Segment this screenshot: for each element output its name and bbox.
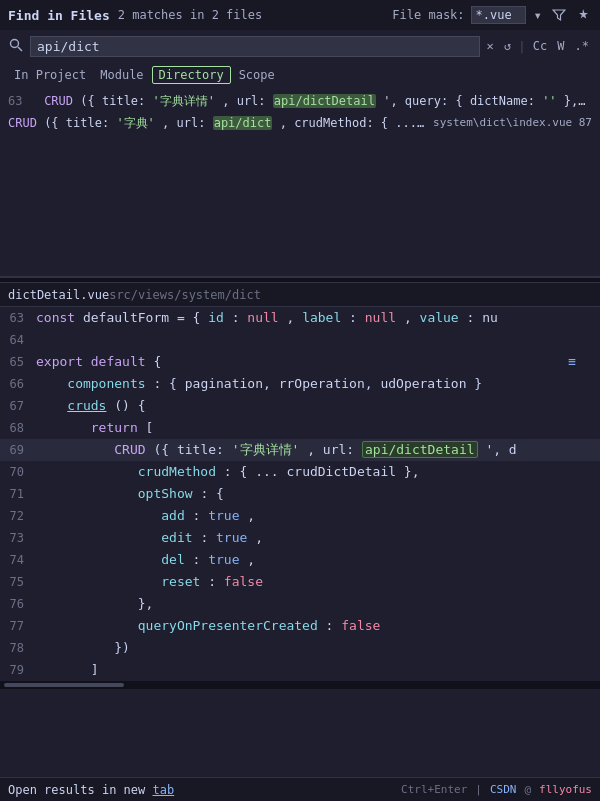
- line-content: },: [36, 593, 600, 615]
- horizontal-scrollbar[interactable]: [0, 681, 600, 689]
- line-content: crudMethod : { ... crudDictDetail },: [36, 461, 600, 483]
- tab-in-project[interactable]: In Project: [8, 67, 92, 83]
- status-at: @: [524, 783, 531, 796]
- line-number: 71: [0, 483, 36, 505]
- code-line: 72 add : true ,: [0, 505, 600, 527]
- result-row[interactable]: 63 CRUD ({ title: '字典详情' , url: api/dict…: [0, 90, 600, 112]
- line-content: CRUD ({ title: '字典详情' , url: api/dictDet…: [36, 439, 600, 461]
- dropdown-icon[interactable]: ▾: [532, 5, 544, 25]
- code-line: 64: [0, 329, 600, 351]
- open-results-link[interactable]: tab: [153, 783, 175, 797]
- code-file-header: dictDetail.vue src/views/system/dict: [0, 283, 600, 307]
- line-number: 78: [0, 637, 36, 659]
- line-content: queryOnPresenterCreated : false: [36, 615, 600, 637]
- clear-search-button[interactable]: ✕: [484, 38, 497, 54]
- line-number: 79: [0, 659, 36, 681]
- filter-icon[interactable]: [550, 6, 568, 24]
- scroll-thumb[interactable]: [4, 683, 124, 687]
- line-content: ]: [36, 659, 600, 681]
- result-text: CRUD ({ title: '字典' , url: api/dict , cr…: [8, 114, 425, 132]
- code-line: 73 edit : true ,: [0, 527, 600, 549]
- line-content: del : true ,: [36, 549, 600, 571]
- code-line: 67 cruds () {: [0, 395, 600, 417]
- pin-icon[interactable]: [574, 6, 592, 24]
- code-line: 75 reset : false: [0, 571, 600, 593]
- line-content: cruds () {: [36, 395, 600, 417]
- line-number: 70: [0, 461, 36, 483]
- line-content: }): [36, 637, 600, 659]
- line-number: 72: [0, 505, 36, 527]
- code-line: 66 components : { pagination, rrOperatio…: [0, 373, 600, 395]
- result-text: 63 CRUD ({ title: '字典详情' , url: api/dict…: [8, 92, 592, 110]
- line-number: 75: [0, 571, 36, 593]
- code-line: 70 crudMethod : { ... crudDictDetail },: [0, 461, 600, 483]
- line-content: optShow : {: [36, 483, 600, 505]
- line-number: 64: [0, 329, 36, 351]
- code-line-active: 69 CRUD ({ title: '字典详情' , url: api/dict…: [0, 439, 600, 461]
- scope-tabs: In Project Module Directory Scope: [0, 62, 600, 88]
- line-content: const defaultForm = { id : null , label …: [36, 307, 600, 329]
- svg-point-0: [11, 39, 19, 47]
- code-line: 76 },: [0, 593, 600, 615]
- status-user: fllyofus: [539, 783, 592, 796]
- code-panel: dictDetail.vue src/views/system/dict 63 …: [0, 283, 600, 689]
- code-line: 78 }): [0, 637, 600, 659]
- tab-scope[interactable]: Scope: [233, 67, 281, 83]
- code-file-name: dictDetail.vue: [8, 288, 109, 302]
- refresh-button[interactable]: ↺: [501, 38, 514, 54]
- line-number: 68: [0, 417, 36, 439]
- line-number: 69: [0, 439, 36, 461]
- panel-title: Find in Files: [8, 8, 110, 23]
- line-content: edit : true ,: [36, 527, 600, 549]
- code-line: 74 del : true ,: [0, 549, 600, 571]
- line-content: export default { ≡: [36, 351, 600, 373]
- status-shortcut: Ctrl+Enter: [401, 783, 467, 796]
- result-file: system\dict\index.vue 87: [433, 115, 592, 132]
- code-line: 71 optShow : {: [0, 483, 600, 505]
- status-separator: |: [475, 783, 482, 796]
- search-input[interactable]: [30, 36, 480, 57]
- whole-word-button[interactable]: W: [554, 38, 567, 54]
- svg-line-1: [18, 47, 22, 51]
- case-sensitive-button[interactable]: Cc: [530, 38, 550, 54]
- code-line: 65 export default { ≡: [0, 351, 600, 373]
- regex-button[interactable]: .*: [572, 38, 592, 54]
- code-line: 79 ]: [0, 659, 600, 681]
- status-brand: CSDN: [490, 783, 517, 796]
- code-line: 63 const defaultForm = { id : null , lab…: [0, 307, 600, 329]
- line-number: 77: [0, 615, 36, 637]
- file-mask-input[interactable]: [471, 6, 526, 24]
- line-number: 63: [0, 307, 36, 329]
- line-content: [36, 329, 600, 351]
- result-row[interactable]: CRUD ({ title: '字典' , url: api/dict , cr…: [0, 112, 600, 134]
- status-bar: Open results in new tab Ctrl+Enter | CSD…: [0, 777, 600, 801]
- line-number: 67: [0, 395, 36, 417]
- tab-module[interactable]: Module: [94, 67, 149, 83]
- results-panel: 63 CRUD ({ title: '字典详情' , url: api/dict…: [0, 88, 600, 136]
- search-q-icon: [8, 37, 24, 56]
- code-area: 63 const defaultForm = { id : null , lab…: [0, 307, 600, 681]
- find-in-files-header: Find in Files 2 matches in 2 files File …: [0, 0, 600, 30]
- status-right: Ctrl+Enter | CSDN @ fllyofus: [401, 783, 592, 796]
- search-bar: ✕ ↺ | Cc W .*: [0, 30, 600, 62]
- search-actions: ✕ ↺ | Cc W .*: [484, 38, 592, 54]
- header-actions: File mask: ▾: [392, 5, 592, 25]
- code-line: 68 return [: [0, 417, 600, 439]
- tab-directory[interactable]: Directory: [152, 66, 231, 84]
- line-content: return [: [36, 417, 600, 439]
- line-content: components : { pagination, rrOperation, …: [36, 373, 600, 395]
- code-line: 77 queryOnPresenterCreated : false: [0, 615, 600, 637]
- match-count: 2 matches in 2 files: [118, 8, 393, 22]
- line-number: 76: [0, 593, 36, 615]
- wrap-icon: ≡: [568, 351, 576, 373]
- code-file-path: src/views/system/dict: [109, 288, 261, 302]
- line-number: 65: [0, 351, 36, 373]
- empty-results-space: [0, 136, 600, 276]
- line-number: 73: [0, 527, 36, 549]
- line-number: 66: [0, 373, 36, 395]
- line-content: add : true ,: [36, 505, 600, 527]
- status-left: Open results in new tab: [8, 783, 401, 797]
- line-number: 74: [0, 549, 36, 571]
- file-mask-label: File mask:: [392, 8, 464, 22]
- line-content: reset : false: [36, 571, 600, 593]
